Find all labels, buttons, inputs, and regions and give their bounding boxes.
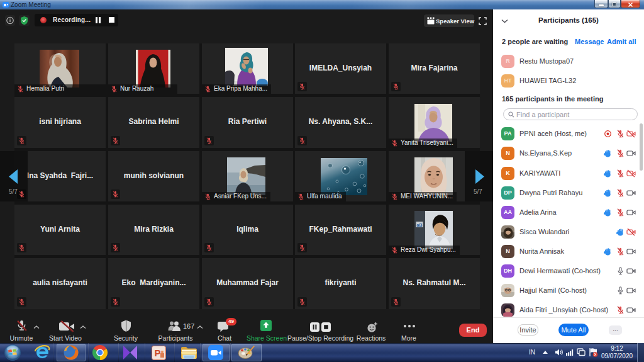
- svg-text:aB: aB: [417, 223, 423, 227]
- svg-text:P: P: [155, 348, 161, 358]
